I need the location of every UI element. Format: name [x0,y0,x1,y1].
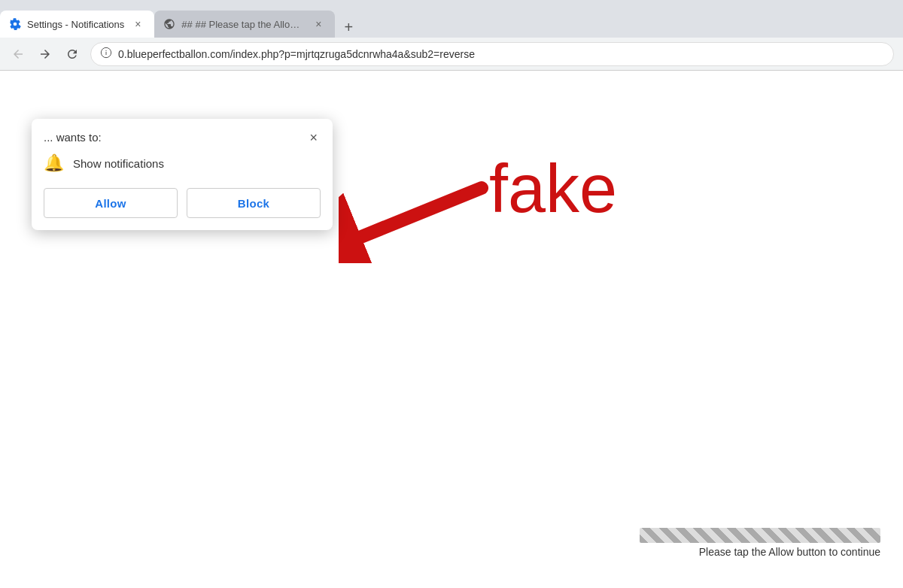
bottom-text: Please tap the Allow button to continue [699,546,880,558]
arrow-container [339,173,489,266]
tab-bar: Settings - Notifications × ## ## Please … [0,0,903,38]
address-text: 0.blueperfectballon.com/index.php?p=mjrt… [118,48,884,60]
site-info-icon[interactable] [100,47,112,61]
phishing-tab[interactable]: ## ## Please tap the Allow butt × [154,11,335,38]
popup-buttons: Allow Block [44,188,321,218]
bottom-area: Please tap the Allow button to continue [0,528,903,558]
popup-close-button[interactable]: × [306,131,321,144]
back-button[interactable] [6,42,30,66]
settings-icon [9,18,21,30]
notification-popup: ... wants to: × 🔔 Show notifications All… [32,119,333,230]
phishing-tab-close[interactable]: × [311,17,326,32]
toolbar: 0.blueperfectballon.com/index.php?p=mjrt… [0,38,903,71]
popup-header: ... wants to: × [44,131,321,144]
globe-icon [163,18,175,30]
bell-icon: 🔔 [44,153,64,173]
popup-title: ... wants to: [44,131,102,144]
loading-bar [640,528,880,543]
arrow-graphic [339,173,489,263]
notification-text: Show notifications [73,157,164,170]
settings-tab[interactable]: Settings - Notifications × [0,11,154,38]
popup-body: 🔔 Show notifications [44,153,321,173]
settings-tab-close[interactable]: × [130,17,145,32]
browser-chrome: Settings - Notifications × ## ## Please … [0,0,903,71]
forward-button[interactable] [33,42,57,66]
block-button[interactable]: Block [187,188,321,218]
fake-label: fake [489,150,617,228]
address-bar[interactable]: 0.blueperfectballon.com/index.php?p=mjrt… [90,42,894,66]
new-tab-button[interactable]: + [338,17,359,38]
refresh-button[interactable] [60,42,84,66]
svg-line-4 [361,188,482,237]
allow-button[interactable]: Allow [44,188,178,218]
phishing-tab-title: ## ## Please tap the Allow butt [181,19,305,30]
settings-tab-title: Settings - Notifications [27,19,124,30]
